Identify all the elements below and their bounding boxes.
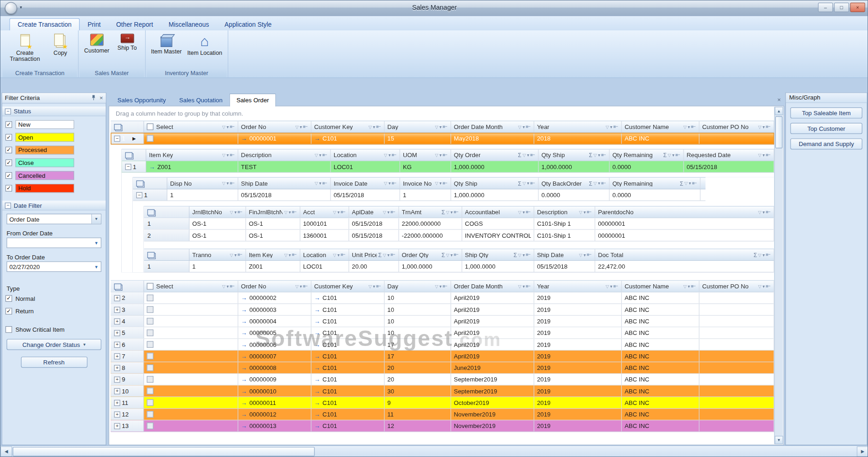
maximize-button[interactable]: □ <box>834 3 849 12</box>
pin-icon[interactable] <box>376 284 381 289</box>
column-header-disp-no[interactable]: Disp No▽▾ <box>167 178 238 189</box>
column-header-requested-date[interactable]: Requested Date▽▾ <box>684 149 774 160</box>
collapse-icon[interactable]: − <box>5 108 11 114</box>
pin-icon[interactable] <box>443 152 448 158</box>
status-group-header[interactable]: − Status <box>2 106 106 117</box>
select-all-checkbox[interactable] <box>147 283 153 289</box>
filter-caret-icon[interactable]: ▾ <box>439 152 442 158</box>
filter-icon[interactable]: ▽ <box>758 152 761 158</box>
link-arrow-icon[interactable]: → <box>314 353 320 359</box>
pin-icon[interactable] <box>443 284 448 289</box>
link-arrow-icon[interactable]: → <box>241 341 247 347</box>
type-item-normal[interactable]: ✓Normal <box>6 292 102 305</box>
pin-icon[interactable] <box>390 210 396 215</box>
filter-icon[interactable]: ▽ <box>446 210 449 215</box>
filter-icon[interactable]: ▽ <box>368 284 372 289</box>
expand-toggle-icon[interactable]: + <box>114 423 120 429</box>
show-critical-item-row[interactable]: Show Critical Item <box>6 323 102 336</box>
filter-icon[interactable]: ▽ <box>230 252 233 257</box>
link-arrow-icon[interactable]: → <box>314 376 320 382</box>
filter-caret-icon[interactable]: ▾ <box>373 124 375 129</box>
pin-icon[interactable] <box>454 252 459 257</box>
expand-toggle-icon[interactable]: + <box>114 399 120 405</box>
filter-icon[interactable]: ▽ <box>446 252 449 257</box>
sum-icon[interactable]: Σ <box>754 252 757 258</box>
filter-caret-icon[interactable]: ▾ <box>598 181 600 186</box>
chevron-down-icon[interactable]: ▾ <box>92 240 100 246</box>
column-header-ship-date[interactable]: Ship Date▽▾ <box>534 249 595 260</box>
refresh-button[interactable]: Refresh <box>21 357 87 368</box>
filter-caret-icon[interactable]: ▾ <box>387 252 390 257</box>
link-arrow-icon[interactable]: → <box>241 376 247 382</box>
column-header-tranno[interactable]: Tranno▽▾ <box>189 249 246 260</box>
column-header-apldate[interactable]: AplDate▽▾ <box>349 206 399 217</box>
scrollbar-thumb[interactable] <box>12 447 314 456</box>
pin-icon[interactable] <box>692 181 697 186</box>
chevron-down-icon[interactable]: ▼ <box>91 214 100 223</box>
filter-icon[interactable]: ▽ <box>435 124 438 129</box>
link-arrow-icon[interactable]: → <box>314 318 320 324</box>
column-header-trnamt[interactable]: TrnAmtΣ▽▾ <box>399 206 462 217</box>
customer-button[interactable]: Customer <box>82 32 112 56</box>
filter-caret-icon[interactable]: ▾ <box>450 210 453 215</box>
filter-icon[interactable]: ▽ <box>295 124 298 129</box>
filter-caret-icon[interactable]: ▾ <box>688 284 690 289</box>
filter-icon[interactable]: ▽ <box>667 152 671 158</box>
processed-checkbox[interactable]: ✓ <box>6 146 12 153</box>
filter-caret-icon[interactable]: ▾ <box>319 181 321 186</box>
filter-icon[interactable]: ▽ <box>333 252 336 257</box>
column-header-day[interactable]: Day▽▾ <box>384 121 451 132</box>
status-item-new[interactable]: ✓New <box>6 118 102 131</box>
normal-checkbox[interactable]: ✓ <box>6 295 12 301</box>
pin-icon[interactable] <box>392 152 397 158</box>
order-grid-row[interactable]: +8→00000008→C10120June20192019ABC INC <box>111 362 774 374</box>
column-header-accountlabel[interactable]: Accountlabel▽▾ <box>462 206 534 217</box>
scrollbar-thumb[interactable] <box>775 116 783 148</box>
filter-caret-icon[interactable]: ▾ <box>289 210 291 215</box>
filter-icon[interactable]: ▽ <box>284 210 287 215</box>
to-order-date-input[interactable]: 02/27/2020 ▾ <box>6 261 101 272</box>
hold-checkbox[interactable]: ✓ <box>6 185 12 191</box>
expand-toggle-icon[interactable]: + <box>114 341 120 347</box>
column-header-item-key[interactable]: Item Key▽▾ <box>246 249 301 260</box>
filter-icon[interactable]: ▽ <box>579 210 582 215</box>
order-grid-row[interactable]: +3→00000003→C10110April20192019ABC INC <box>111 304 774 316</box>
expand-toggle-icon[interactable]: − <box>125 164 131 170</box>
column-header-year[interactable]: Year▽▾ <box>534 281 622 292</box>
filter-caret-icon[interactable]: ▾ <box>689 181 691 186</box>
link-arrow-icon[interactable]: → <box>241 411 247 417</box>
pin-icon[interactable] <box>303 124 308 129</box>
link-arrow-icon[interactable]: → <box>241 135 247 141</box>
line-grid-row[interactable]: 11Z001LOC0120.001,000.00001,000.000005/1… <box>144 261 774 272</box>
column-header-customer-po-no[interactable]: Customer PO No▽▾ <box>699 121 774 132</box>
order-grid-row[interactable]: +2→00000002→C10110April20192019ABC INC <box>111 293 774 304</box>
pin-icon[interactable] <box>376 124 381 129</box>
sum-icon[interactable]: Σ <box>378 252 382 258</box>
copy-button[interactable]: Copy <box>46 32 75 58</box>
sum-icon[interactable]: Σ <box>589 180 592 186</box>
row-checkbox[interactable] <box>147 364 153 371</box>
ship-to-button[interactable]: Ship To <box>113 32 142 53</box>
filter-caret-icon[interactable]: ▾ <box>389 181 391 186</box>
scroll-up-icon[interactable]: ▲ <box>775 107 783 115</box>
filter-caret-icon[interactable]: ▾ <box>584 210 586 215</box>
filter-caret-icon[interactable]: ▾ <box>227 152 229 158</box>
filter-caret-icon[interactable]: ▾ <box>527 181 529 186</box>
row-checkbox[interactable] <box>147 411 153 417</box>
filter-icon[interactable]: ▽ <box>435 152 438 158</box>
filter-panel-close-icon[interactable]: × <box>100 94 103 101</box>
ribbon-tab-other-report[interactable]: Other Report <box>108 19 161 30</box>
top-saleable-item-button[interactable]: Top Saleable Item <box>790 107 862 118</box>
filter-icon[interactable]: ▽ <box>222 284 225 289</box>
pin-icon[interactable] <box>292 252 297 257</box>
new-checkbox[interactable]: ✓ <box>6 121 12 128</box>
item-location-button[interactable]: ⌂Item Location <box>185 32 224 58</box>
pin-icon[interactable] <box>323 152 328 158</box>
row-checkbox[interactable] <box>147 376 153 382</box>
filter-caret-icon[interactable]: ▾ <box>300 284 302 289</box>
filter-caret-icon[interactable]: ▾ <box>227 124 229 129</box>
column-header-qty-ship[interactable]: Qty ShipΣ▽▾ <box>451 178 539 189</box>
column-header-ship-qty[interactable]: Ship QtyΣ▽▾ <box>462 249 534 260</box>
ribbon-tab-miscellaneous[interactable]: Miscellaneous <box>161 19 217 30</box>
pin-icon[interactable] <box>292 210 297 215</box>
